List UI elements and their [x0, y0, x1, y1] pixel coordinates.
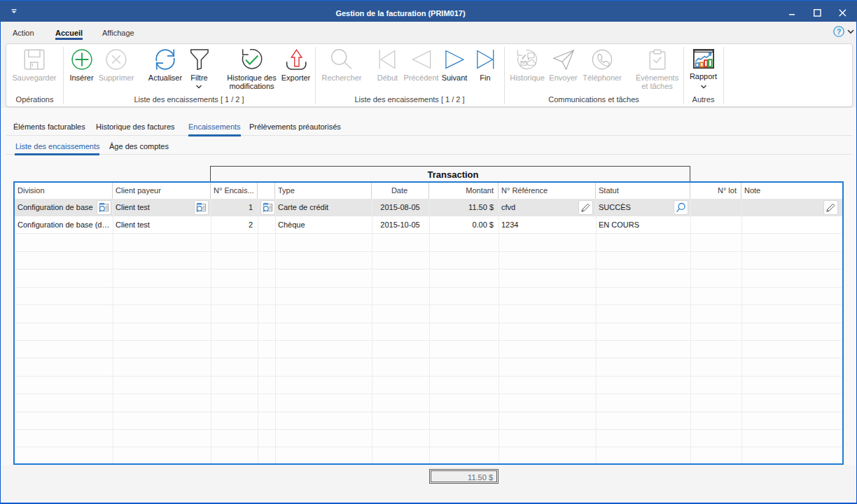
- svg-text:?: ?: [837, 27, 842, 36]
